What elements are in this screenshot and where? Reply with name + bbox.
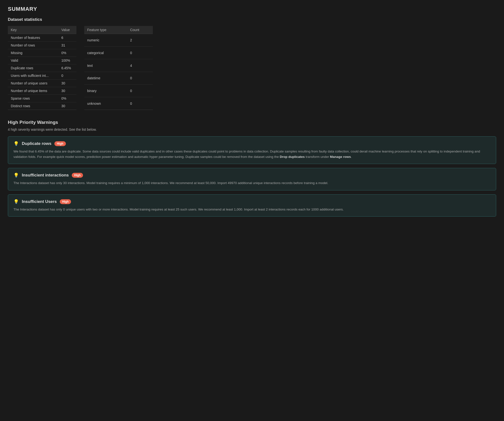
key-cell: Number of unique items [8,87,58,95]
key-cell: Number of unique users [8,80,58,87]
bulb-icon: 💡 [13,173,19,178]
high-badge: High [60,199,71,204]
table-row: Missing0% [8,49,76,57]
statistics-tables-row: Key Value Number of features6Number of r… [8,26,496,110]
warnings-description: 4 high severity warnings were detected. … [8,128,496,131]
feature-type-cell: text [84,59,127,72]
key-cell: Number of rows [8,42,58,49]
high-badge: High [72,173,83,178]
warning-card-header: 💡Duplicate rowsHigh [13,141,491,146]
warning-link-drop-duplicates[interactable]: Drop duplicates [280,155,305,159]
feature-type-cell: numeric [84,34,127,47]
count-cell: 0 [127,84,153,97]
warning-card-duplicate-rows: 💡Duplicate rowsHighWe found that 6.45% o… [8,136,496,164]
bulb-icon: 💡 [13,199,19,204]
warning-card-insufficient-users: 💡Insufficient UsersHighThe Interactions … [8,194,496,217]
count-cell: 0 [127,47,153,59]
key-value-table: Key Value Number of features6Number of r… [8,26,76,110]
table-row: Sparse rows0% [8,95,76,102]
table-row: categorical0 [84,47,153,59]
table-row: text4 [84,59,153,72]
table-row: Number of rows31 [8,42,76,49]
table-row: Number of unique users30 [8,80,76,87]
feature-type-cell: datetime [84,72,127,84]
value-cell: 6.45% [58,64,76,72]
value-cell: 30 [58,80,76,87]
warning-title: Insufficient interactions [22,173,69,178]
warning-card-insufficient-interactions: 💡Insufficient interactionsHighThe Intera… [8,168,496,190]
warning-title: Duplicate rows [22,141,51,146]
count-col-header: Count [127,26,153,34]
count-cell: 0 [127,97,153,110]
key-cell: Missing [8,49,58,57]
table-row: binary0 [84,84,153,97]
table-row: Valid100% [8,57,76,64]
value-col-header: Value [58,26,76,34]
feature-type-cell: categorical [84,47,127,59]
value-cell: 0% [58,49,76,57]
key-col-header: Key [8,26,58,34]
warning-link-manage-rows[interactable]: Manage rows [330,155,351,159]
warning-card-header: 💡Insufficient UsersHigh [13,199,491,204]
high-badge: High [54,141,66,146]
value-cell: 0% [58,95,76,102]
dataset-statistics-heading: Dataset statistics [8,17,496,22]
warning-card-header: 💡Insufficient interactionsHigh [13,173,491,178]
bulb-icon: 💡 [13,141,19,146]
value-cell: 30 [58,102,76,110]
key-cell: Distinct rows [8,102,58,110]
feature-type-cell: binary [84,84,127,97]
table-row: Users with sufficient int...0 [8,72,76,80]
key-cell: Duplicate rows [8,64,58,72]
key-cell: Valid [8,57,58,64]
count-cell: 4 [127,59,153,72]
count-cell: 2 [127,34,153,47]
dataset-statistics-section: Dataset statistics Key Value Number of f… [8,17,496,110]
key-cell: Users with sufficient int... [8,72,58,80]
warning-title: Insufficient Users [22,199,57,204]
table-row: numeric2 [84,34,153,47]
feature-type-table: Feature type Count numeric2categorical0t… [84,26,153,110]
value-cell: 100% [58,57,76,64]
value-cell: 0 [58,72,76,80]
value-cell: 31 [58,42,76,49]
warnings-container: 💡Duplicate rowsHighWe found that 6.45% o… [8,136,496,217]
warning-body: We found that 6.45% of the data are dupl… [13,149,491,159]
table-row: Number of features6 [8,34,76,42]
feature-type-cell: unknown [84,97,127,110]
table-row: Number of unique items30 [8,87,76,95]
high-priority-section: High Priority Warnings 4 high severity w… [8,120,496,217]
count-cell: 0 [127,72,153,84]
feature-type-col-header: Feature type [84,26,127,34]
key-cell: Number of features [8,34,58,42]
warning-body: The Interactions dataset has only 30 int… [13,180,491,186]
key-cell: Sparse rows [8,95,58,102]
warning-body: The Interactions dataset has only 0 uniq… [13,207,491,212]
table-row: Duplicate rows6.45% [8,64,76,72]
value-cell: 6 [58,34,76,42]
table-row: Distinct rows30 [8,102,76,110]
table-row: unknown0 [84,97,153,110]
page-title: SUMMARY [8,6,496,12]
high-priority-heading: High Priority Warnings [8,120,496,125]
table-row: datetime0 [84,72,153,84]
value-cell: 30 [58,87,76,95]
